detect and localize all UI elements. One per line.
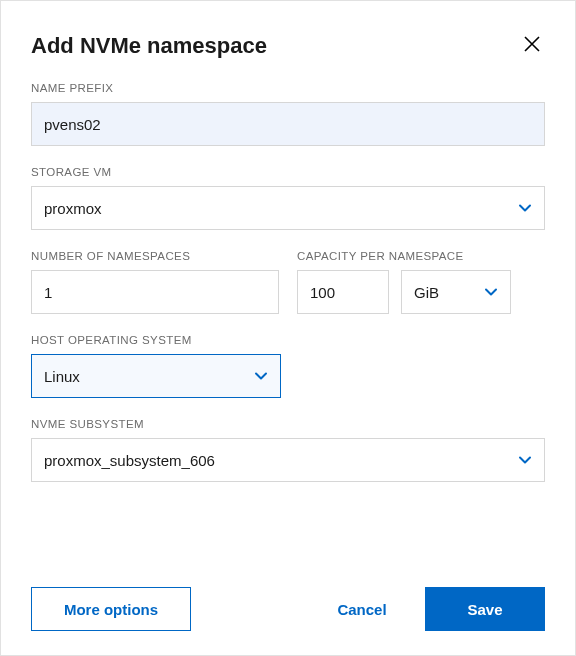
- num-ns-label: NUMBER OF NAMESPACES: [31, 250, 279, 262]
- host-os-field: HOST OPERATING SYSTEM Linux: [31, 334, 545, 398]
- nvme-subsystem-label: NVME SUBSYSTEM: [31, 418, 545, 430]
- capacity-value-input[interactable]: 100: [297, 270, 389, 314]
- capacity-unit-value: GiB: [414, 284, 439, 301]
- close-icon[interactable]: [519, 31, 545, 60]
- dialog-header: Add NVMe namespace: [31, 31, 545, 60]
- host-os-label: HOST OPERATING SYSTEM: [31, 334, 545, 346]
- storage-vm-select[interactable]: proxmox: [31, 186, 545, 230]
- name-prefix-field: NAME PREFIX pvens02: [31, 82, 545, 146]
- name-prefix-value: pvens02: [44, 116, 101, 133]
- nvme-subsystem-select[interactable]: proxmox_subsystem_606: [31, 438, 545, 482]
- save-button[interactable]: Save: [425, 587, 545, 631]
- chevron-down-icon: [518, 453, 532, 467]
- storage-vm-label: STORAGE VM: [31, 166, 545, 178]
- chevron-down-icon: [484, 285, 498, 299]
- nvme-subsystem-field: NVME SUBSYSTEM proxmox_subsystem_606: [31, 418, 545, 482]
- chevron-down-icon: [518, 201, 532, 215]
- host-os-select[interactable]: Linux: [31, 354, 281, 398]
- num-ns-value: 1: [44, 284, 52, 301]
- count-capacity-row: NUMBER OF NAMESPACES 1 CAPACITY PER NAME…: [31, 250, 545, 314]
- name-prefix-input[interactable]: pvens02: [31, 102, 545, 146]
- nvme-subsystem-value: proxmox_subsystem_606: [44, 452, 215, 469]
- dialog-title: Add NVMe namespace: [31, 33, 267, 59]
- storage-vm-field: STORAGE VM proxmox: [31, 166, 545, 230]
- capacity-value: 100: [310, 284, 335, 301]
- name-prefix-label: NAME PREFIX: [31, 82, 545, 94]
- capacity-per-namespace-field: CAPACITY PER NAMESPACE 100 GiB: [297, 250, 545, 314]
- add-nvme-namespace-dialog: Add NVMe namespace NAME PREFIX pvens02 S…: [0, 0, 576, 656]
- host-os-value: Linux: [44, 368, 80, 385]
- chevron-down-icon: [254, 369, 268, 383]
- capacity-unit-select[interactable]: GiB: [401, 270, 511, 314]
- number-of-namespaces-field: NUMBER OF NAMESPACES 1: [31, 250, 279, 314]
- cancel-button[interactable]: Cancel: [317, 587, 407, 631]
- more-options-button[interactable]: More options: [31, 587, 191, 631]
- num-ns-input[interactable]: 1: [31, 270, 279, 314]
- cap-ns-label: CAPACITY PER NAMESPACE: [297, 250, 545, 262]
- storage-vm-value: proxmox: [44, 200, 102, 217]
- dialog-footer: More options Cancel Save: [31, 587, 545, 631]
